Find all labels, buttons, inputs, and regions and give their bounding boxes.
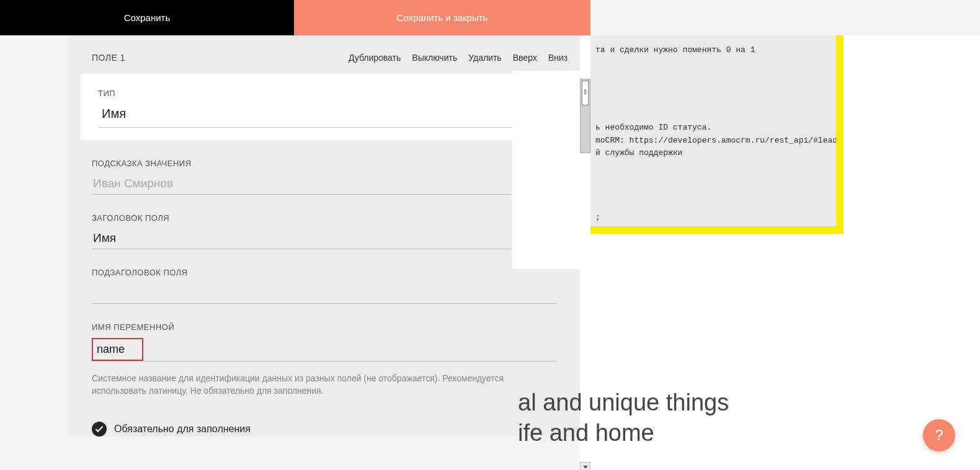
required-row[interactable]: Обязательно для заполнения — [68, 397, 580, 437]
scrollbar[interactable] — [580, 79, 590, 153]
delete-action[interactable]: Удалить — [468, 53, 501, 63]
field-actions: Дублировать Выключить Удалить Вверх Вниз — [349, 53, 568, 63]
title-input[interactable] — [92, 228, 556, 249]
help-button[interactable]: ? — [923, 419, 955, 451]
variable-hint: Системное название для идентификации дан… — [92, 373, 556, 397]
subtitle-label: ПОДЗАГОЛОВОК ПОЛЯ — [92, 268, 556, 277]
variable-input[interactable]: name — [92, 338, 143, 361]
field-title: ПОЛЕ 1 — [92, 53, 125, 63]
variable-label: ИМЯ ПЕРЕМЕННОЙ — [92, 322, 556, 332]
duplicate-action[interactable]: Дублировать — [349, 53, 401, 63]
title-section: ЗАГОЛОВОК ПОЛЯ — [68, 195, 580, 249]
code-box: та и сделки нужно поменять 0 на 1 ь необ… — [590, 35, 844, 234]
subtitle-input[interactable] — [92, 282, 556, 304]
move-down-action[interactable]: Вниз — [548, 53, 568, 63]
type-select[interactable]: Имя — [98, 103, 550, 128]
subtitle-section: ПОДЗАГОЛОВОК ПОЛЯ — [68, 249, 580, 304]
save-button[interactable]: Сохранить — [0, 0, 294, 35]
scroll-handle[interactable] — [582, 81, 589, 105]
chevron-down-icon — [583, 466, 588, 469]
hint-input[interactable] — [92, 173, 556, 195]
white-gap — [512, 71, 580, 269]
variable-section: ИМЯ ПЕРЕМЕННОЙ name Системное название д… — [68, 304, 580, 397]
form-panel: ПОЛЕ 1 Дублировать Выключить Удалить Вве… — [68, 35, 580, 437]
scroll-down-button[interactable] — [580, 462, 590, 470]
background-text: al and unique things ife and home — [518, 388, 729, 449]
hint-label: ПОДСКАЗКА ЗНАЧЕНИЯ — [92, 159, 556, 168]
disable-action[interactable]: Выключить — [412, 53, 457, 63]
check-icon — [92, 422, 107, 437]
right-area: та и сделки нужно поменять 0 на 1 ь необ… — [580, 35, 980, 470]
save-close-button[interactable]: Сохранить и закрыть — [294, 0, 590, 35]
required-label: Обязательно для заполнения — [114, 423, 251, 435]
type-label: ТИП — [98, 89, 550, 98]
title-label: ЗАГОЛОВОК ПОЛЯ — [92, 213, 556, 223]
move-up-action[interactable]: Вверх — [513, 53, 537, 63]
hint-section: ПОДСКАЗКА ЗНАЧЕНИЯ — [68, 140, 580, 195]
type-select-value: Имя — [102, 107, 126, 121]
type-section: ТИП Имя — [81, 74, 568, 140]
